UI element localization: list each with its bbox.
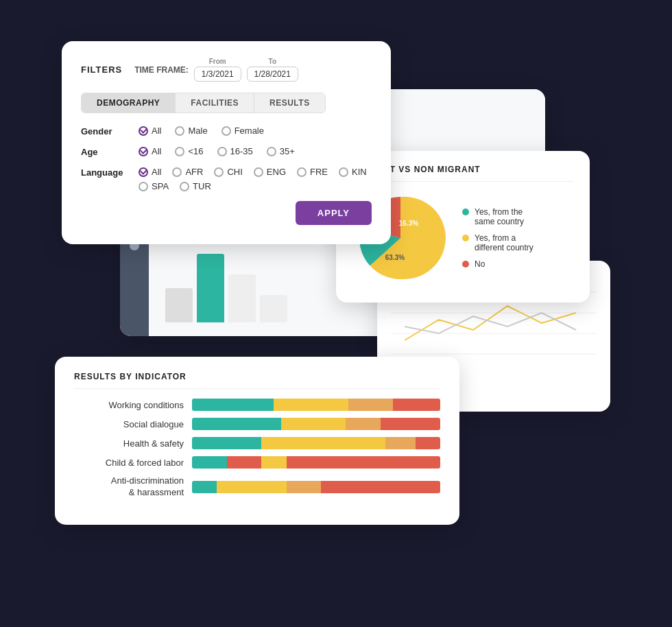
timeframe-label: TIME FRAME:	[134, 65, 189, 75]
bar-teal	[192, 418, 281, 430]
age-under16[interactable]: <16	[175, 146, 203, 156]
indicator-bar	[192, 437, 440, 449]
bar-orange	[346, 418, 381, 430]
radio-unchecked-icon	[175, 126, 184, 136]
radio-unchecked-icon	[175, 147, 184, 156]
gender-label: Gender	[81, 126, 130, 137]
from-date-input[interactable]: 1/3/2021	[194, 67, 241, 82]
radio-unchecked-icon	[214, 167, 224, 177]
bar-red1	[227, 456, 262, 469]
radio-unchecked-icon	[221, 126, 231, 136]
indicator-label: Child & forced labor	[74, 458, 184, 468]
legend-dot-yellow	[462, 235, 469, 241]
filters-card: FILTERS TIME FRAME: From 1/3/2021 To 1/2…	[62, 41, 391, 244]
bar-teal	[192, 481, 217, 493]
indicator-child-labor: Child & forced labor	[74, 456, 440, 469]
bar-yellow	[261, 437, 385, 449]
bar-yellow	[281, 418, 346, 430]
legend-yellow: Yes, from adifferent country	[462, 233, 533, 252]
legend-label-yellow: Yes, from adifferent country	[475, 233, 533, 252]
date-range: From 1/3/2021 To 1/28/2021	[194, 58, 298, 82]
legend-label-teal: Yes, from thesame country	[475, 207, 524, 226]
indicator-bar	[192, 418, 440, 430]
lang-eng[interactable]: ENG	[254, 167, 286, 177]
bar-teal	[192, 456, 227, 469]
age-options: All <16 16-35 35+	[139, 146, 295, 156]
pie-yellow-label: 63.3%	[385, 254, 405, 261]
tab-results[interactable]: RESULTS	[254, 93, 325, 113]
to-label: To	[269, 58, 276, 65]
lang-all[interactable]: All	[139, 167, 161, 177]
to-date-input[interactable]: 1/28/2021	[247, 67, 298, 82]
to-date-box: To 1/28/2021	[247, 58, 298, 82]
bar-teal	[192, 437, 261, 449]
lang-fre[interactable]: FRE	[297, 167, 328, 177]
from-label: From	[209, 58, 226, 65]
bar-orange	[348, 399, 393, 411]
gender-filter-row: Gender All Male Female	[81, 126, 372, 137]
indicator-label: Health & safety	[74, 438, 184, 449]
indicator-bar	[192, 456, 440, 469]
bar-orange	[287, 481, 322, 493]
pie-teal-label: 16.3%	[399, 220, 418, 227]
radio-unchecked-icon	[180, 182, 189, 191]
timeframe-group: TIME FRAME: From 1/3/2021 To 1/28/2021	[134, 58, 298, 82]
results-card: RESULTS BY INDICATOR Working conditions …	[55, 357, 459, 525]
language-label: Language	[81, 167, 130, 178]
gender-female[interactable]: Female	[221, 126, 264, 136]
bar-teal	[192, 399, 274, 411]
language-filter-row: Language All AFR CHI ENG FRE	[81, 167, 372, 191]
radio-checked-icon	[139, 147, 148, 156]
bar-yellow	[217, 481, 286, 493]
indicator-health-safety: Health & safety	[74, 437, 440, 449]
indicator-bar	[192, 481, 440, 493]
language-options: All AFR CHI ENG FRE KIN	[139, 167, 372, 191]
age-35plus[interactable]: 35+	[267, 146, 295, 156]
legend-red: No	[462, 259, 533, 269]
indicator-label: Social dialogue	[74, 419, 184, 429]
radio-checked-icon	[139, 126, 148, 136]
bar-red2	[287, 456, 440, 469]
gender-male[interactable]: Male	[175, 126, 207, 136]
indicator-anti-discrimination: Anti-discrimination& harassment	[74, 475, 440, 499]
age-filter-row: Age All <16 16-35 35+	[81, 146, 372, 157]
bar-red	[321, 481, 440, 493]
filter-tabs: DEMOGRAPHY FACILITIES RESULTS	[81, 93, 326, 113]
lang-kin[interactable]: KIN	[339, 167, 367, 177]
indicator-social-dialogue: Social dialogue	[74, 418, 440, 430]
age-all[interactable]: All	[139, 146, 161, 156]
radio-unchecked-icon	[297, 167, 307, 177]
indicator-label: Anti-discrimination& harassment	[74, 475, 184, 499]
age-label: Age	[81, 146, 130, 157]
indicator-working-conditions: Working conditions	[74, 399, 440, 411]
radio-checked-icon	[139, 167, 148, 177]
legend-teal: Yes, from thesame country	[462, 207, 533, 226]
tab-demography[interactable]: DEMOGRAPHY	[82, 93, 175, 113]
legend-label-red: No	[475, 259, 485, 269]
lang-afr[interactable]: AFR	[172, 167, 203, 177]
tab-facilities[interactable]: FACILITIES	[175, 93, 254, 113]
filters-label: FILTERS	[81, 64, 122, 75]
bar-yellow	[261, 456, 286, 469]
age-16-35[interactable]: 16-35	[217, 146, 253, 156]
lang-spa[interactable]: SPA	[139, 181, 169, 191]
filters-header: FILTERS TIME FRAME: From 1/3/2021 To 1/2…	[81, 58, 372, 82]
radio-unchecked-icon	[254, 167, 263, 177]
gender-all[interactable]: All	[139, 126, 161, 136]
results-title: RESULTS BY INDICATOR	[74, 372, 440, 389]
from-date-box: From 1/3/2021	[194, 58, 241, 82]
gender-options: All Male Female	[139, 126, 264, 136]
lang-tur[interactable]: TUR	[180, 181, 211, 191]
bar-orange	[385, 437, 415, 449]
indicator-bar	[192, 399, 440, 411]
indicator-label: Working conditions	[74, 400, 184, 410]
lang-chi[interactable]: CHI	[214, 167, 242, 177]
radio-unchecked-icon	[139, 182, 148, 191]
radio-unchecked-icon	[339, 167, 348, 177]
bar-red	[393, 399, 440, 411]
legend-dot-teal	[462, 209, 469, 215]
apply-button[interactable]: APPLY	[296, 201, 372, 225]
radio-unchecked-icon	[217, 147, 227, 156]
bar-red	[416, 437, 440, 449]
legend-dot-red	[462, 261, 469, 268]
